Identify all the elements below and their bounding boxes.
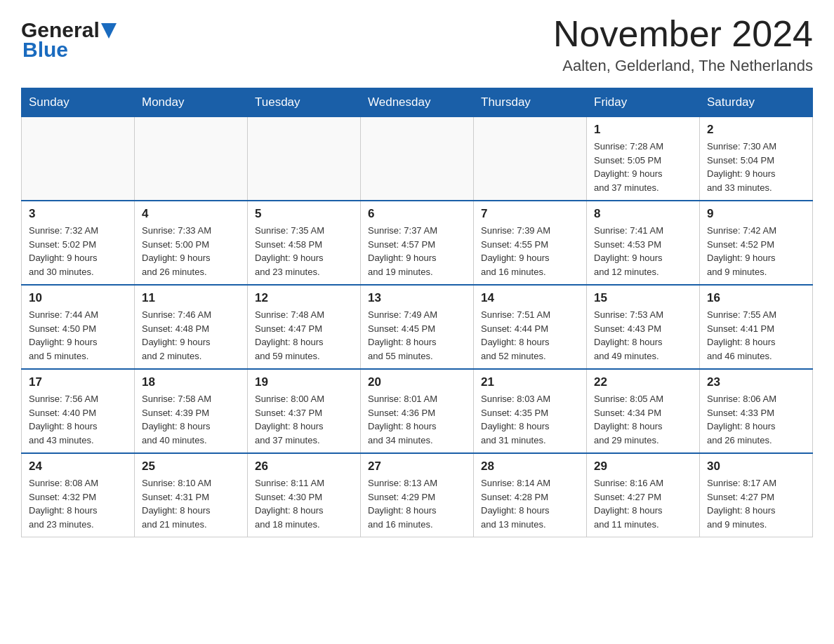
day-info: Sunrise: 7:32 AMSunset: 5:02 PMDaylight:… — [29, 224, 127, 279]
week-row-5: 24Sunrise: 8:08 AMSunset: 4:32 PMDayligh… — [22, 453, 813, 537]
day-info: Sunrise: 7:28 AMSunset: 5:05 PMDaylight:… — [594, 140, 692, 194]
day-info: Sunrise: 7:35 AMSunset: 4:58 PMDaylight:… — [255, 224, 353, 279]
day-info: Sunrise: 7:42 AMSunset: 4:52 PMDaylight:… — [707, 224, 805, 279]
day-number: 12 — [255, 291, 353, 305]
day-number: 26 — [255, 459, 353, 474]
day-info: Sunrise: 7:39 AMSunset: 4:55 PMDaylight:… — [481, 224, 579, 279]
day-number: 8 — [594, 207, 692, 221]
day-number: 7 — [481, 207, 579, 221]
calendar-cell: 26Sunrise: 8:11 AMSunset: 4:30 PMDayligh… — [248, 453, 361, 537]
day-info: Sunrise: 8:03 AMSunset: 4:35 PMDaylight:… — [481, 392, 579, 447]
day-info: Sunrise: 7:51 AMSunset: 4:44 PMDaylight:… — [481, 308, 579, 363]
day-number: 19 — [255, 375, 353, 389]
calendar-cell — [474, 117, 587, 201]
calendar-cell: 20Sunrise: 8:01 AMSunset: 4:36 PMDayligh… — [361, 369, 474, 453]
calendar-cell: 17Sunrise: 7:56 AMSunset: 4:40 PMDayligh… — [22, 369, 135, 453]
calendar-cell: 30Sunrise: 8:17 AMSunset: 4:27 PMDayligh… — [700, 453, 813, 537]
day-number: 28 — [481, 459, 579, 474]
header-friday: Friday — [587, 88, 700, 117]
day-info: Sunrise: 7:41 AMSunset: 4:53 PMDaylight:… — [594, 224, 692, 279]
day-info: Sunrise: 8:06 AMSunset: 4:33 PMDaylight:… — [707, 392, 805, 447]
calendar-cell: 13Sunrise: 7:49 AMSunset: 4:45 PMDayligh… — [361, 285, 474, 369]
calendar-table: SundayMondayTuesdayWednesdayThursdayFrid… — [21, 88, 813, 537]
day-info: Sunrise: 8:00 AMSunset: 4:37 PMDaylight:… — [255, 392, 353, 447]
week-row-1: 1Sunrise: 7:28 AMSunset: 5:05 PMDaylight… — [22, 117, 813, 201]
day-number: 21 — [481, 375, 579, 389]
calendar-cell: 14Sunrise: 7:51 AMSunset: 4:44 PMDayligh… — [474, 285, 587, 369]
day-info: Sunrise: 7:55 AMSunset: 4:41 PMDaylight:… — [707, 308, 805, 363]
day-number: 17 — [29, 375, 127, 389]
calendar-cell: 7Sunrise: 7:39 AMSunset: 4:55 PMDaylight… — [474, 201, 587, 285]
day-number: 13 — [368, 291, 466, 305]
day-number: 3 — [29, 207, 127, 221]
header-sunday: Sunday — [22, 88, 135, 117]
logo-triangle-icon — [101, 23, 117, 39]
day-number: 29 — [594, 459, 692, 474]
day-info: Sunrise: 7:56 AMSunset: 4:40 PMDaylight:… — [29, 392, 127, 447]
calendar-cell: 9Sunrise: 7:42 AMSunset: 4:52 PMDaylight… — [700, 201, 813, 285]
calendar-cell: 19Sunrise: 8:00 AMSunset: 4:37 PMDayligh… — [248, 369, 361, 453]
day-number: 9 — [707, 207, 805, 221]
calendar-header-row: SundayMondayTuesdayWednesdayThursdayFrid… — [22, 88, 813, 117]
calendar-cell: 10Sunrise: 7:44 AMSunset: 4:50 PMDayligh… — [22, 285, 135, 369]
day-info: Sunrise: 7:33 AMSunset: 5:00 PMDaylight:… — [142, 224, 240, 279]
day-number: 22 — [594, 375, 692, 389]
header-tuesday: Tuesday — [248, 88, 361, 117]
day-number: 30 — [707, 459, 805, 474]
calendar-cell: 15Sunrise: 7:53 AMSunset: 4:43 PMDayligh… — [587, 285, 700, 369]
day-info: Sunrise: 8:17 AMSunset: 4:27 PMDaylight:… — [707, 476, 805, 531]
calendar-cell: 28Sunrise: 8:14 AMSunset: 4:28 PMDayligh… — [474, 453, 587, 537]
day-info: Sunrise: 7:48 AMSunset: 4:47 PMDaylight:… — [255, 308, 353, 363]
day-number: 25 — [142, 459, 240, 474]
header-wednesday: Wednesday — [361, 88, 474, 117]
day-number: 23 — [707, 375, 805, 389]
day-info: Sunrise: 7:37 AMSunset: 4:57 PMDaylight:… — [368, 224, 466, 279]
day-info: Sunrise: 7:44 AMSunset: 4:50 PMDaylight:… — [29, 308, 127, 363]
day-info: Sunrise: 7:49 AMSunset: 4:45 PMDaylight:… — [368, 308, 466, 363]
calendar-title: November 2024 — [553, 14, 813, 54]
day-number: 11 — [142, 291, 240, 305]
calendar-cell: 25Sunrise: 8:10 AMSunset: 4:31 PMDayligh… — [135, 453, 248, 537]
day-info: Sunrise: 8:14 AMSunset: 4:28 PMDaylight:… — [481, 476, 579, 531]
calendar-cell: 6Sunrise: 7:37 AMSunset: 4:57 PMDaylight… — [361, 201, 474, 285]
calendar-cell: 16Sunrise: 7:55 AMSunset: 4:41 PMDayligh… — [700, 285, 813, 369]
day-number: 16 — [707, 291, 805, 305]
day-number: 15 — [594, 291, 692, 305]
day-number: 20 — [368, 375, 466, 389]
calendar-cell: 24Sunrise: 8:08 AMSunset: 4:32 PMDayligh… — [22, 453, 135, 537]
header-monday: Monday — [135, 88, 248, 117]
calendar-cell: 21Sunrise: 8:03 AMSunset: 4:35 PMDayligh… — [474, 369, 587, 453]
svg-marker-0 — [101, 23, 117, 39]
calendar-subtitle: Aalten, Gelderland, The Netherlands — [553, 57, 813, 75]
calendar-cell: 23Sunrise: 8:06 AMSunset: 4:33 PMDayligh… — [700, 369, 813, 453]
day-number: 18 — [142, 375, 240, 389]
calendar-cell: 5Sunrise: 7:35 AMSunset: 4:58 PMDaylight… — [248, 201, 361, 285]
day-number: 10 — [29, 291, 127, 305]
day-info: Sunrise: 7:30 AMSunset: 5:04 PMDaylight:… — [707, 140, 805, 194]
day-info: Sunrise: 8:11 AMSunset: 4:30 PMDaylight:… — [255, 476, 353, 531]
header: General Blue November 2024 Aalten, Gelde… — [21, 14, 813, 75]
day-info: Sunrise: 8:05 AMSunset: 4:34 PMDaylight:… — [594, 392, 692, 447]
calendar-cell: 2Sunrise: 7:30 AMSunset: 5:04 PMDaylight… — [700, 117, 813, 201]
day-number: 4 — [142, 207, 240, 221]
week-row-4: 17Sunrise: 7:56 AMSunset: 4:40 PMDayligh… — [22, 369, 813, 453]
week-row-3: 10Sunrise: 7:44 AMSunset: 4:50 PMDayligh… — [22, 285, 813, 369]
header-thursday: Thursday — [474, 88, 587, 117]
calendar-cell — [135, 117, 248, 201]
logo-text-blue: Blue — [22, 38, 68, 62]
day-info: Sunrise: 7:58 AMSunset: 4:39 PMDaylight:… — [142, 392, 240, 447]
day-info: Sunrise: 8:08 AMSunset: 4:32 PMDaylight:… — [29, 476, 127, 531]
week-row-2: 3Sunrise: 7:32 AMSunset: 5:02 PMDaylight… — [22, 201, 813, 285]
day-number: 6 — [368, 207, 466, 221]
day-number: 14 — [481, 291, 579, 305]
calendar-cell: 18Sunrise: 7:58 AMSunset: 4:39 PMDayligh… — [135, 369, 248, 453]
calendar-cell: 1Sunrise: 7:28 AMSunset: 5:05 PMDaylight… — [587, 117, 700, 201]
calendar-cell: 27Sunrise: 8:13 AMSunset: 4:29 PMDayligh… — [361, 453, 474, 537]
day-info: Sunrise: 7:53 AMSunset: 4:43 PMDaylight:… — [594, 308, 692, 363]
day-info: Sunrise: 8:01 AMSunset: 4:36 PMDaylight:… — [368, 392, 466, 447]
day-number: 5 — [255, 207, 353, 221]
day-info: Sunrise: 8:13 AMSunset: 4:29 PMDaylight:… — [368, 476, 466, 531]
day-number: 24 — [29, 459, 127, 474]
day-number: 27 — [368, 459, 466, 474]
day-info: Sunrise: 8:10 AMSunset: 4:31 PMDaylight:… — [142, 476, 240, 531]
